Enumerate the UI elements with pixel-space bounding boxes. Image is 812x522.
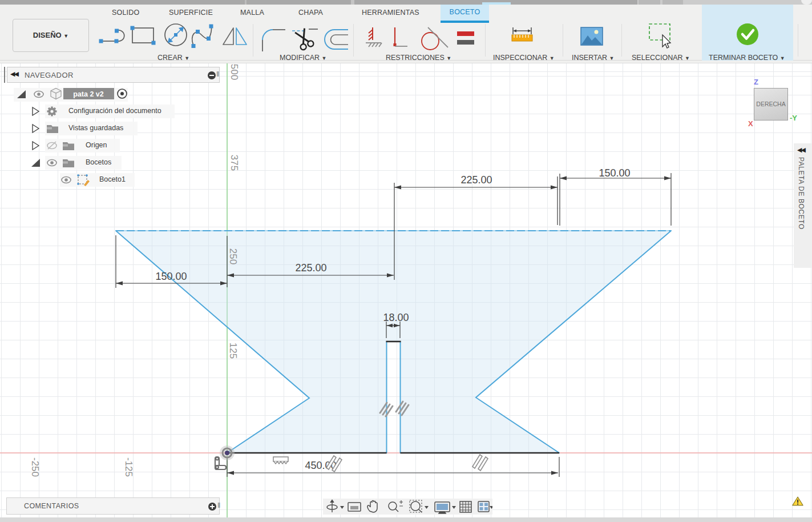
svg-text:150.00: 150.00 [155,271,187,282]
svg-text:250: 250 [228,248,239,264]
svg-text:18.00: 18.00 [383,312,409,323]
svg-text:150.00: 150.00 [599,167,630,179]
svg-text:125: 125 [228,343,239,359]
svg-text:375: 375 [229,155,240,171]
svg-text:pata 2 v2: pata 2 v2 [73,90,104,98]
svg-text:500: 500 [229,64,240,80]
svg-text:-125: -125 [123,457,134,477]
svg-text:225.00: 225.00 [295,262,326,274]
svg-text:-250: -250 [30,457,41,477]
svg-text:225.00: 225.00 [460,174,492,186]
